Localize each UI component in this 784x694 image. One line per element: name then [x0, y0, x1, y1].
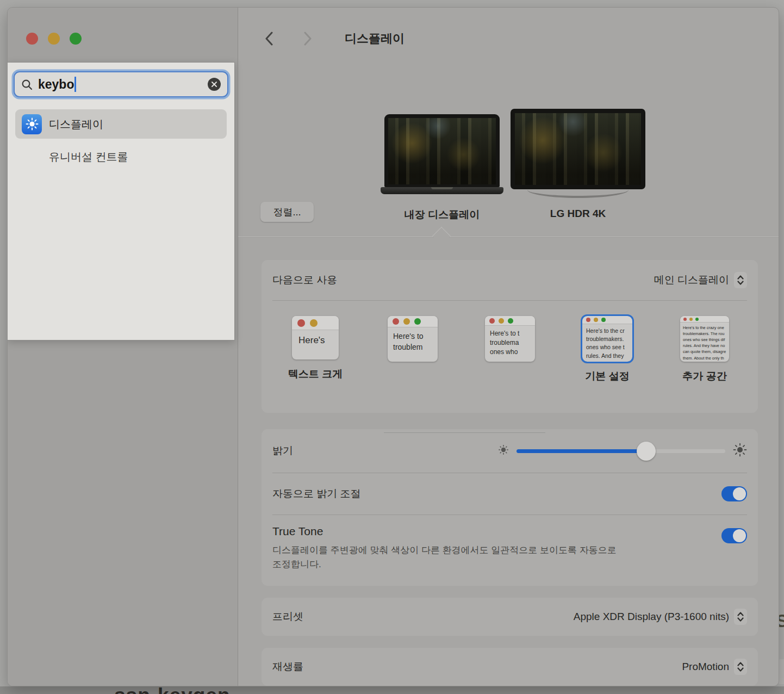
scaling-option-3[interactable]: Here's to t troublema ones who: [472, 316, 548, 382]
preset-row: 프리셋 Apple XDR Display (P3-1600 nits): [262, 598, 758, 636]
refresh-rate-dropdown[interactable]: ProMotion: [682, 659, 747, 675]
refresh-rate-row: 재생률 ProMotion: [262, 648, 758, 686]
laptop-base: [381, 187, 503, 194]
use-as-label: 다음으로 사용: [272, 273, 337, 287]
resolution-card: 다음으로 사용 메인 디스플레이: [262, 260, 758, 413]
external-display-label: LG HDR 4K: [511, 208, 645, 220]
builtin-display-thumbnail[interactable]: [381, 114, 503, 194]
brightness-dim-icon: [498, 444, 509, 457]
preset-card: 프리셋 Apple XDR Display (P3-1600 nits): [262, 598, 758, 636]
scaling-option-larger-text[interactable]: Here's 텍스트 크게: [277, 316, 353, 380]
sidebar: keybo 디스플: [8, 8, 238, 686]
search-icon: [21, 79, 33, 90]
scaling-option-2[interactable]: Here's to troublem: [375, 316, 451, 382]
true-tone-toggle[interactable]: [721, 528, 747, 543]
scaling-option-more-space[interactable]: Here's to the crazy one troublemakers. T…: [667, 316, 743, 382]
true-tone-description: 디스플레이를 주변광에 맞춰 색상이 다른 환경에서도 일관적으로 보이도록 자…: [272, 543, 617, 572]
desktop-background: ssn-keygen: [0, 686, 784, 694]
background-window-text: ssn-keygen: [114, 686, 231, 694]
scaling-preview-text: Here's to t troublema ones who: [485, 326, 535, 356]
refresh-rate-label: 재생률: [272, 660, 303, 674]
search-result-label: 디스플레이: [49, 117, 103, 132]
external-display-thumbnail[interactable]: [511, 109, 645, 198]
refresh-rate-value: ProMotion: [682, 661, 729, 673]
scaling-option-label: 추가 공간: [682, 369, 726, 382]
scaling-option-default[interactable]: Here's to the cr troublemakers. ones who…: [569, 316, 645, 382]
chevron-up-down-icon: [734, 659, 747, 675]
preset-value: Apple XDR Display (P3-1600 nits): [574, 611, 729, 623]
scaling-preview-text: Here's to troublem: [388, 327, 438, 352]
brightness-bright-icon: [733, 443, 747, 459]
search-input[interactable]: keybo: [14, 71, 228, 97]
search-results-panel: keybo 디스플: [8, 62, 235, 340]
use-as-dropdown[interactable]: 메인 디스플레이: [654, 272, 747, 288]
true-tone-label: True Tone: [272, 525, 617, 538]
scaling-preview-text: Here's to the crazy one troublemakers. T…: [680, 323, 729, 362]
brightness-row: 밝기: [262, 429, 758, 473]
brightness-slider[interactable]: [517, 449, 725, 453]
selected-display-pointer: [432, 227, 451, 245]
brightness-slider-fill: [517, 449, 646, 453]
traffic-lights: [26, 33, 82, 45]
search-result-displays[interactable]: 디스플레이: [15, 109, 227, 139]
search-result-label: 유니버설 컨트롤: [49, 150, 128, 164]
brightness-card: 밝기: [262, 429, 758, 586]
scaling-option-label: 텍스트 크게: [288, 367, 343, 380]
chevron-up-down-icon: [734, 609, 747, 625]
zoom-button[interactable]: [70, 33, 82, 45]
monitor-stand: [527, 182, 629, 198]
scaling-option-label: 기본 설정: [585, 369, 629, 382]
preset-dropdown[interactable]: Apple XDR Display (P3-1600 nits): [574, 609, 747, 625]
monitor-screen: [511, 109, 645, 189]
search-result-universal-control[interactable]: 유니버설 컨트롤: [15, 142, 227, 171]
auto-brightness-label: 자동으로 밝기 조절: [272, 487, 361, 501]
auto-brightness-toggle[interactable]: [721, 486, 747, 501]
display-brightness-icon: [22, 114, 42, 134]
clear-search-icon[interactable]: [208, 78, 221, 91]
system-settings-window: keybo 디스플: [7, 7, 779, 686]
auto-brightness-row: 자동으로 밝기 조절: [262, 473, 758, 515]
scaling-options: Here's 텍스트 크게 Here's to troublem: [262, 301, 758, 413]
scaling-preview-text: Here's to the cr troublemakers. ones who…: [582, 324, 632, 360]
navigation-bar: 디스플레이: [238, 26, 779, 51]
divider: [238, 237, 779, 237]
brightness-slider-knob[interactable]: [637, 442, 656, 461]
use-as-row: 다음으로 사용 메인 디스플레이: [262, 260, 758, 300]
laptop-screen: [384, 114, 500, 187]
page-title: 디스플레이: [345, 30, 405, 47]
display-settings-pane: 디스플레이 내장 디스플레이 LG HDR 4K 정렬... 다음으로 사용 메…: [238, 8, 779, 686]
arrange-button[interactable]: 정렬...: [260, 202, 314, 222]
text-cursor: [74, 77, 76, 92]
forward-button[interactable]: [296, 27, 320, 51]
minimize-button[interactable]: [48, 33, 60, 45]
use-as-value: 메인 디스플레이: [654, 273, 729, 287]
chevron-up-down-icon: [734, 272, 747, 288]
close-button[interactable]: [26, 33, 38, 45]
true-tone-row: True Tone 디스플레이를 주변광에 맞춰 색상이 다른 환경에서도 일관…: [262, 515, 758, 586]
builtin-display-label: 내장 디스플레이: [381, 208, 503, 222]
search-input-value: keybo: [38, 77, 74, 92]
scaling-preview-text: Here's: [292, 330, 339, 347]
preset-label: 프리셋: [272, 610, 303, 624]
back-button[interactable]: [257, 27, 281, 51]
brightness-label: 밝기: [272, 444, 293, 458]
refresh-rate-card: 재생률 ProMotion: [262, 648, 758, 686]
